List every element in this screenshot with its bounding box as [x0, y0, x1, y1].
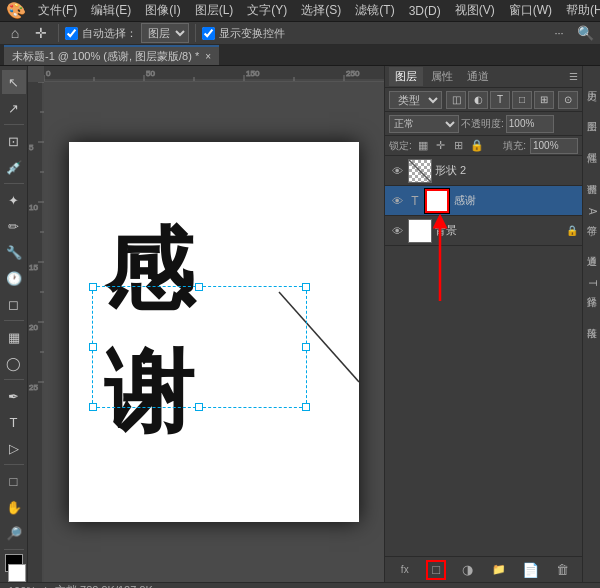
filter-smart-icon[interactable]: ⊞: [534, 91, 554, 109]
layer-new-btn[interactable]: 📄: [521, 560, 541, 580]
ruler-left: 5 10 15 20 25: [28, 82, 44, 582]
menu-edit[interactable]: 编辑(E): [85, 0, 137, 21]
fr-para[interactable]: 段落: [585, 305, 599, 335]
fill-input[interactable]: [530, 138, 578, 154]
ruler-top: 0 50 150 250: [44, 66, 384, 82]
tab-layers[interactable]: 图层: [389, 67, 423, 86]
tool-clone[interactable]: 🔧: [2, 240, 26, 264]
fr-channels[interactable]: 通道: [585, 233, 599, 263]
handle-mr[interactable]: [302, 343, 310, 351]
layer-eye-shape2[interactable]: 👁: [389, 163, 405, 179]
menu-text[interactable]: 文字(Y): [241, 0, 293, 21]
menu-image[interactable]: 图像(I): [139, 0, 186, 21]
layer-row-bg[interactable]: 👁 背景 🔒: [385, 216, 582, 246]
menu-3d[interactable]: 3D(D): [403, 2, 447, 20]
lock-all-icon[interactable]: 🔒: [470, 139, 484, 153]
transform-btn[interactable]: ✛: [30, 22, 52, 44]
layer-group-btn[interactable]: 📁: [489, 560, 509, 580]
shape2-thumb-svg: [409, 160, 431, 182]
filter-shape-icon[interactable]: □: [512, 91, 532, 109]
tool-spot-heal[interactable]: ✦: [2, 188, 26, 212]
far-right-panel: 历史 图层 属性 调整 A 字符 通道 T 路径 段落: [582, 66, 600, 582]
file-info: 文档:732.9K/127.9K: [55, 583, 153, 588]
layer-fx-btn[interactable]: fx: [395, 560, 415, 580]
handle-tl[interactable]: [89, 283, 97, 291]
blend-mode-select[interactable]: 正常: [389, 115, 459, 133]
layer-mask-thumb[interactable]: [425, 189, 449, 213]
layer-eye-text[interactable]: 👁: [389, 193, 405, 209]
app-icon: 🎨: [6, 1, 26, 20]
layer-mask-btn[interactable]: □: [426, 560, 446, 580]
background-color[interactable]: [8, 564, 26, 582]
tool-crop[interactable]: ⊡: [2, 129, 26, 153]
auto-select-checkbox[interactable]: [65, 27, 78, 40]
tool-shape[interactable]: □: [2, 469, 26, 493]
lock-pixels-icon[interactable]: ▦: [416, 139, 430, 153]
layer-type-filter[interactable]: 类型: [389, 91, 442, 109]
lock-position-icon[interactable]: ✛: [434, 139, 448, 153]
lock-artboard-icon[interactable]: ⊞: [452, 139, 466, 153]
tool-eyedropper[interactable]: 💉: [2, 155, 26, 179]
document-tab[interactable]: 未标题-1 @ 100% (感谢, 图层蒙版/8) * ×: [4, 45, 219, 65]
menu-view[interactable]: 视图(V): [449, 0, 501, 21]
layer-delete-btn[interactable]: 🗑: [552, 560, 572, 580]
auto-select-dropdown[interactable]: 图层: [141, 23, 189, 43]
zoom-level[interactable]: 100%: [8, 585, 36, 589]
fr-paths[interactable]: T 路径: [585, 264, 599, 304]
tab-properties[interactable]: 属性: [425, 67, 459, 86]
tool-brush[interactable]: ✏: [2, 214, 26, 238]
tool-sep-1: [4, 124, 24, 125]
show-transform-checkbox[interactable]: [202, 27, 215, 40]
fr-history[interactable]: 历史: [585, 68, 599, 98]
panel-menu-icon[interactable]: ☰: [569, 71, 578, 82]
tool-dodge[interactable]: ◯: [2, 351, 26, 375]
opacity-input[interactable]: [506, 115, 554, 133]
more-options-btn[interactable]: ···: [548, 22, 570, 44]
filter-text-icon[interactable]: T: [490, 91, 510, 109]
tool-hand[interactable]: ✋: [2, 495, 26, 519]
menu-help[interactable]: 帮助(H): [560, 0, 600, 21]
tool-type[interactable]: T: [2, 410, 26, 434]
status-bar: 100% | 文档:732.9K/127.9K: [0, 582, 600, 588]
tool-select[interactable]: ↖: [2, 70, 26, 94]
filter-toggle-icon[interactable]: ⊙: [558, 91, 578, 109]
layers-lock-row: 锁定: ▦ ✛ ⊞ 🔒 填充:: [385, 136, 582, 156]
menu-window[interactable]: 窗口(W): [503, 0, 558, 21]
handle-br[interactable]: [302, 403, 310, 411]
fr-layers[interactable]: 图层: [585, 99, 599, 129]
menu-select[interactable]: 选择(S): [295, 0, 347, 21]
fr-adjust[interactable]: 调整: [585, 161, 599, 191]
menu-layer[interactable]: 图层(L): [189, 0, 240, 21]
svg-rect-14: [28, 82, 44, 582]
tool-eraser[interactable]: ◻: [2, 292, 26, 316]
handle-bl[interactable]: [89, 403, 97, 411]
tool-direct-select[interactable]: ↗: [2, 96, 26, 120]
tool-zoom[interactable]: 🔎: [2, 521, 26, 545]
layer-adjustment-btn[interactable]: ◑: [458, 560, 478, 580]
tool-pen[interactable]: ✒: [2, 384, 26, 408]
move-tool-btn[interactable]: ⌂: [4, 22, 26, 44]
close-tab-icon[interactable]: ×: [205, 51, 211, 62]
handle-tr[interactable]: [302, 283, 310, 291]
tool-path-select[interactable]: ▷: [2, 436, 26, 460]
lock-label: 锁定:: [389, 139, 412, 153]
fr-properties[interactable]: 属性: [585, 130, 599, 160]
layer-row-shape2[interactable]: 👁 形状 2: [385, 156, 582, 186]
tab-channels[interactable]: 通道: [461, 67, 495, 86]
tool-gradient[interactable]: ▦: [2, 325, 26, 349]
search-btn[interactable]: 🔍: [574, 22, 596, 44]
menu-filter[interactable]: 滤镜(T): [349, 0, 400, 21]
svg-text:10: 10: [29, 203, 38, 212]
document-canvas[interactable]: 感谢: [69, 142, 359, 522]
filter-adjust-icon[interactable]: ◐: [468, 91, 488, 109]
fr-char[interactable]: A 字符: [585, 192, 599, 232]
tool-history[interactable]: 🕐: [2, 266, 26, 290]
filter-pixel-icon[interactable]: ◫: [446, 91, 466, 109]
fill-label: 填充:: [503, 139, 526, 153]
menu-file[interactable]: 文件(F): [32, 0, 83, 21]
layer-row-text[interactable]: 👁 T 感谢: [385, 186, 582, 216]
layer-name-bg: 背景: [435, 223, 563, 238]
layers-panel-body: 类型 ◫ ◐ T □ ⊞ ⊙ 正常: [385, 88, 582, 582]
layer-eye-bg[interactable]: 👁: [389, 223, 405, 239]
handle-ml[interactable]: [89, 343, 97, 351]
